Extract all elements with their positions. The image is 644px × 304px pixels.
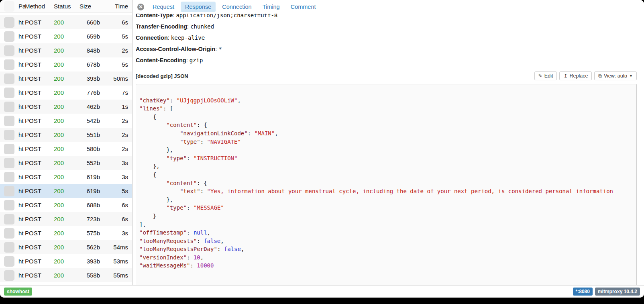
flow-status: 200	[54, 19, 78, 26]
code-line: "content": {	[139, 179, 633, 188]
flow-row[interactable]: htPOST200558b55ms	[0, 268, 132, 282]
flow-icon	[4, 17, 14, 28]
view-mode-button[interactable]: ⧉ View: auto ▼	[594, 71, 637, 80]
flow-row[interactable]: htPOST200659b5s	[0, 29, 132, 43]
tab-response[interactable]: Response	[181, 2, 216, 12]
flow-row[interactable]: htPOST200723b6s	[0, 212, 132, 226]
flow-status: 200	[54, 89, 78, 96]
code-line: "offTimestamp": null,	[139, 229, 633, 237]
flow-method: POST	[25, 216, 54, 222]
flow-row[interactable]: htPOST200660b6s	[0, 15, 132, 29]
flow-row[interactable]: htPOST200542b2s	[0, 114, 132, 128]
column-header-path[interactable]: Path	[18, 3, 25, 10]
flow-status: 200	[54, 272, 78, 279]
code-line: "type": "INSTRUCTION"	[139, 154, 633, 163]
flow-path: ht	[18, 216, 25, 222]
column-header-time[interactable]: Time	[103, 3, 132, 10]
replace-button[interactable]: ↥ Replace	[559, 71, 592, 80]
flow-time: 5s	[103, 61, 132, 68]
flow-time: 1s	[103, 103, 132, 110]
tab-timing[interactable]: Timing	[258, 2, 284, 12]
flow-path: ht	[18, 19, 25, 26]
flow-time: 6s	[103, 216, 132, 222]
upload-icon: ↥	[563, 73, 567, 79]
flow-icon	[4, 73, 14, 84]
flow-method: POST	[25, 75, 54, 82]
flow-time: 2s	[103, 131, 132, 138]
flow-row[interactable]: htPOST200393b50ms	[0, 71, 132, 86]
flow-status: 200	[54, 216, 78, 222]
code-line: "lines": [	[139, 104, 633, 113]
flow-icon	[4, 242, 14, 253]
flow-size: 619b	[78, 173, 103, 180]
edit-icon: ✎	[538, 73, 542, 79]
badge-showhost[interactable]: showhost	[4, 288, 32, 296]
flow-row[interactable]: htPOST200848b2s	[0, 43, 132, 57]
flow-size: 723b	[78, 216, 103, 222]
flow-size: 848b	[78, 47, 103, 54]
flow-status: 200	[54, 188, 78, 194]
code-line: "chatKey": "UJjqgpjLOOsOOLiW",	[139, 96, 633, 105]
flow-status: 200	[54, 173, 78, 180]
code-line: {	[139, 171, 633, 179]
tab-connection[interactable]: Connection	[218, 2, 256, 12]
flow-method: POST	[25, 230, 54, 237]
flow-row[interactable]: htPOST200552b3s	[0, 156, 132, 170]
flow-row[interactable]: htPOST200575b3s	[0, 226, 132, 240]
flow-method: POST	[25, 131, 54, 138]
flow-detail-panel: ✕ RequestResponseConnectionTimingComment…	[132, 0, 644, 285]
flow-size: 552b	[78, 159, 103, 166]
flow-row[interactable]: htPOST200462b1s	[0, 100, 132, 114]
code-line	[139, 88, 633, 96]
column-header-size[interactable]: Size	[78, 3, 103, 10]
column-header-method[interactable]: Method	[25, 3, 54, 10]
flow-row[interactable]: htPOST200580b2s	[0, 142, 132, 156]
flow-size: 659b	[78, 33, 103, 40]
edit-button[interactable]: ✎ Edit	[534, 71, 557, 80]
flow-path: ht	[18, 145, 25, 152]
flow-time: 2s	[103, 47, 132, 54]
tab-comment[interactable]: Comment	[286, 2, 320, 12]
flow-time: 55ms	[103, 272, 132, 279]
flow-row[interactable]: htPOST200619b5s	[0, 184, 132, 198]
flow-row[interactable]: htPOST200393b53ms	[0, 254, 132, 268]
flow-method: POST	[25, 202, 54, 208]
flow-size: 462b	[78, 103, 103, 110]
flow-row[interactable]: htPOST200562b54ms	[0, 240, 132, 254]
flow-path: ht	[18, 117, 25, 124]
flow-row[interactable]: htPOST200776b7s	[0, 86, 132, 100]
flow-path: ht	[18, 47, 25, 54]
status-bar: showhost *:8080mitmproxy 10.4.2	[0, 285, 644, 298]
flow-path: ht	[18, 61, 25, 68]
header-value: gzip	[190, 57, 203, 63]
badge-mitmproxy-10-4-2: mitmproxy 10.4.2	[595, 288, 640, 296]
flow-method: POST	[25, 47, 54, 54]
flow-row[interactable]: htPOST200551b2s	[0, 128, 132, 142]
flow-path: ht	[18, 131, 25, 138]
flow-icon	[4, 31, 14, 42]
header-value: chunked	[190, 23, 214, 30]
flow-row[interactable]: htPOST200688b6s	[0, 198, 132, 212]
flow-status: 200	[54, 230, 78, 237]
flow-icon	[4, 228, 14, 239]
close-icon[interactable]: ✕	[137, 4, 144, 10]
column-header-status[interactable]: Status	[54, 3, 78, 10]
flow-size: 542b	[78, 117, 103, 124]
flow-path: ht	[18, 244, 25, 251]
code-line: "navigationLinkCode": "MAIN",	[139, 129, 633, 138]
flow-method: POST	[25, 173, 54, 180]
flow-size: 776b	[78, 89, 103, 96]
flow-row[interactable]: htPOST200678b5s	[0, 57, 132, 71]
flow-time: 5s	[103, 33, 132, 40]
response-body-json[interactable]: "chatKey": "UJjqgpjLOOsOOLiW","lines": […	[136, 84, 637, 285]
flow-status: 200	[54, 103, 78, 110]
tab-request[interactable]: Request	[148, 2, 179, 12]
flow-icon	[4, 144, 14, 154]
flow-row[interactable]: htPOST200619b3s	[0, 170, 132, 184]
flow-status: 200	[54, 131, 78, 138]
flow-method: POST	[25, 244, 54, 251]
flow-method: POST	[25, 33, 54, 40]
flow-icon	[4, 172, 14, 182]
code-line: "versionIndex": 10,	[139, 253, 633, 262]
detail-tabs: RequestResponseConnectionTimingComment	[148, 2, 322, 12]
